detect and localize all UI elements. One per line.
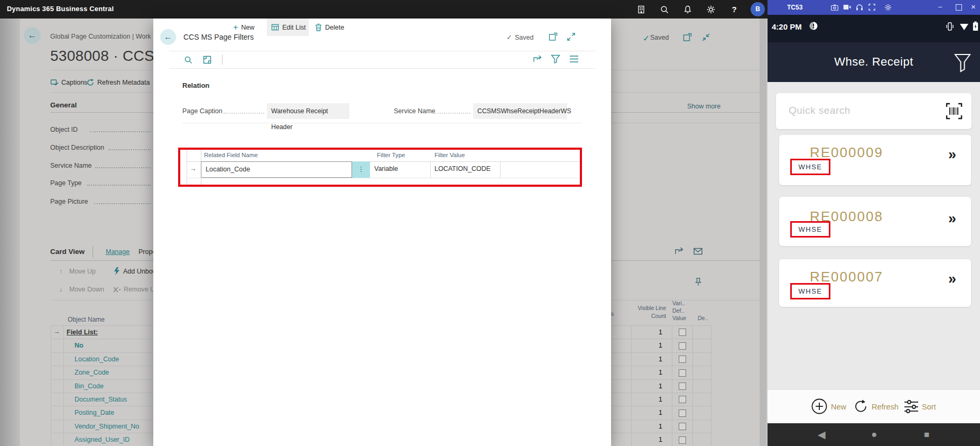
- search-placeholder: Quick search: [789, 105, 850, 116]
- settings-gear-icon[interactable]: [706, 5, 716, 14]
- trash-icon: [315, 23, 322, 31]
- location-tag: WHSE: [799, 287, 822, 295]
- open-chevron-icon[interactable]: »: [948, 147, 956, 163]
- toolbar-share-icon[interactable]: [533, 55, 542, 64]
- audio-headset-icon[interactable]: [856, 4, 863, 11]
- saved-indicator: Saved: [515, 34, 533, 41]
- new-button[interactable]: + New: [233, 19, 254, 36]
- plus-icon: +: [233, 23, 238, 32]
- annotation-red-box-whse: WHSE: [790, 221, 830, 238]
- window-close-icon[interactable]: ×: [971, 2, 976, 11]
- screen-record-icon[interactable]: [843, 4, 851, 10]
- nav-home-icon[interactable]: ●: [871, 429, 877, 440]
- current-row-arrow: →: [190, 165, 197, 172]
- edit-list-icon: [271, 23, 279, 31]
- open-chevron-icon[interactable]: »: [948, 271, 956, 287]
- service-name-value[interactable]: CCSMSWhseReceiptHeaderWS: [473, 103, 567, 119]
- android-nav-bar: ◀ ● ■: [768, 423, 980, 446]
- modal-back-button[interactable]: ←: [160, 29, 176, 45]
- app-title: Dynamics 365 Business Central: [7, 5, 114, 13]
- status-time: 4:20 PM: [772, 22, 802, 31]
- toolbar-analyze-icon[interactable]: [203, 51, 211, 68]
- receipt-card[interactable]: RE000007 WHSE »: [779, 259, 971, 307]
- avatar[interactable]: B: [751, 2, 765, 16]
- nav-back-icon[interactable]: ◀: [818, 429, 826, 441]
- environment-icon[interactable]: [636, 5, 646, 14]
- quick-search-box[interactable]: Quick search: [776, 93, 972, 129]
- column-header-filter-type[interactable]: Filter Type: [377, 152, 405, 158]
- device-mirror-window: TC53 – × 4:20 PM: [768, 0, 980, 446]
- data-saver-icon: [809, 21, 818, 31]
- expand-icon[interactable]: [567, 32, 576, 42]
- sort-button[interactable]: Sort: [922, 403, 936, 411]
- receipt-card[interactable]: RE000008 WHSE »: [779, 197, 971, 246]
- filter-type-cell[interactable]: Variable: [374, 165, 398, 172]
- new-button[interactable]: New: [831, 403, 846, 411]
- barcode-scan-icon[interactable]: [945, 102, 963, 120]
- screenshot-root: Dynamics 365 Business Central ? B ← Glob…: [0, 0, 980, 446]
- column-header-filter-value[interactable]: Filter Value: [434, 152, 465, 158]
- app-header: Whse. Receipt: [768, 42, 980, 82]
- device-settings-gear-icon[interactable]: [884, 4, 892, 11]
- device-window-titlebar: TC53 – ×: [768, 0, 980, 15]
- device-window-title: TC53: [787, 4, 802, 11]
- refresh-icon[interactable]: [854, 399, 868, 414]
- vibrate-icon: [946, 22, 954, 31]
- location-tag: WHSE: [799, 225, 822, 233]
- fullscreen-icon[interactable]: [868, 4, 875, 11]
- list-options-icon[interactable]: [569, 54, 579, 64]
- battery-icon: [973, 21, 978, 31]
- open-chevron-icon[interactable]: »: [948, 211, 956, 227]
- app-header-title: Whse. Receipt: [768, 55, 980, 69]
- column-header-related-field-name[interactable]: Related Field Name: [204, 152, 258, 158]
- app-bottom-toolbar: New Refresh Sort: [768, 389, 980, 424]
- window-maximize-icon[interactable]: [956, 4, 962, 11]
- page-caption-label: Page Caption: [182, 107, 223, 115]
- wifi-level: 6: [968, 26, 970, 31]
- location-tag: WHSE: [799, 163, 822, 171]
- device-status-bar: 4:20 PM 6: [768, 15, 980, 42]
- sort-sliders-icon[interactable]: [904, 399, 919, 413]
- open-in-window-icon[interactable]: [549, 32, 558, 42]
- annotation-red-box-whse: WHSE: [790, 159, 830, 175]
- window-minimize-icon[interactable]: –: [938, 3, 942, 11]
- edit-list-button[interactable]: Edit List: [267, 19, 309, 36]
- search-icon[interactable]: [660, 5, 669, 14]
- app-filter-funnel-icon[interactable]: [954, 53, 972, 73]
- notifications-bell-icon[interactable]: [683, 5, 692, 14]
- help-icon[interactable]: ?: [729, 5, 739, 14]
- receipt-card[interactable]: RE000009 WHSE »: [779, 135, 971, 185]
- annotation-red-box-whse: WHSE: [790, 283, 830, 299]
- relation-section-heading[interactable]: Relation: [182, 81, 209, 89]
- page-caption-value[interactable]: Warehouse Receipt Header: [267, 103, 349, 119]
- saved-check-icon: ✓: [506, 33, 512, 41]
- nav-recents-icon[interactable]: ■: [924, 430, 929, 440]
- filter-funnel-icon[interactable]: [551, 54, 560, 64]
- related-field-name-input[interactable]: Location_Code: [201, 161, 352, 178]
- new-circle-plus-icon[interactable]: [811, 398, 827, 414]
- wifi-icon: 6: [959, 22, 969, 31]
- service-name-label: Service Name: [394, 107, 436, 115]
- filter-value-cell[interactable]: LOCATION_CODE: [434, 165, 491, 172]
- delete-button[interactable]: Delete: [315, 19, 344, 36]
- bc-top-bar: Dynamics 365 Business Central ? B: [0, 0, 768, 19]
- toolbar-search-icon[interactable]: [184, 51, 192, 68]
- assist-edit-button[interactable]: ⋮: [352, 161, 370, 178]
- refresh-button[interactable]: Refresh: [872, 403, 899, 411]
- page-filters-modal: ← CCS MS Page Filters ✓ Saved + New Edit…: [153, 19, 611, 446]
- screenshot-camera-icon[interactable]: [831, 4, 838, 11]
